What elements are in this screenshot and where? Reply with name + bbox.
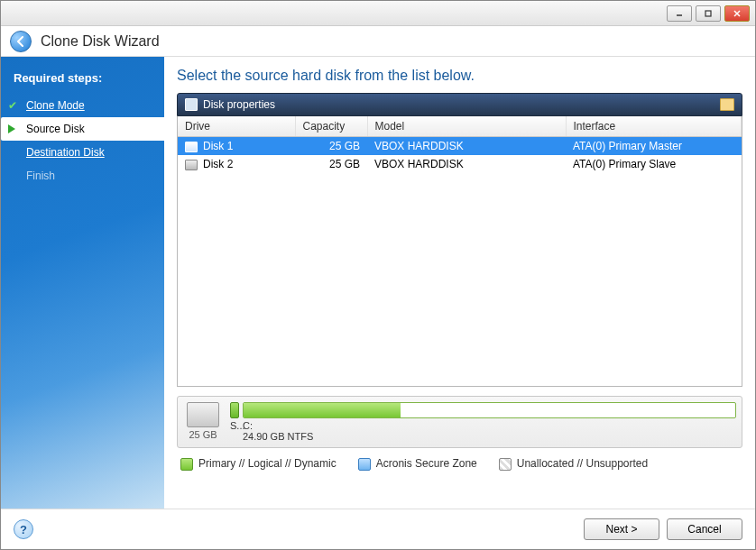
disk-table-container: Drive Capacity Model Interface Disk 1 25… [177,116,742,387]
minimize-button[interactable] [667,5,692,22]
disk-map: 25 GB S... C: 24.90 GB NTFS [177,396,742,448]
disk-table: Drive Capacity Model Interface Disk 1 25… [178,116,742,173]
partition-label: C: [243,420,313,431]
disk-properties-bar[interactable]: Disk properties [177,93,742,116]
partition-fill [244,403,401,417]
props-label: Disk properties [203,98,275,111]
cell-capacity: 25 GB [329,158,360,170]
primary-partition[interactable] [243,402,736,418]
step-source-disk[interactable]: Source Disk [1,117,164,141]
disk-icon [185,142,198,152]
col-interface[interactable]: Interface [566,116,742,137]
legend: Primary // Logical // Dynamic Acronis Se… [177,448,742,474]
cell-capacity: 25 GB [329,140,360,152]
sidebar-heading: Required steps: [1,66,164,94]
cell-drive: Disk 2 [203,158,233,170]
cell-model: VBOX HARDDISK [367,155,566,173]
wizard-header: Clone Disk Wizard [1,26,755,57]
maximize-button[interactable] [696,5,721,22]
disk-row[interactable]: Disk 1 25 GB VBOX HARDDISK ATA(0) Primar… [178,137,742,156]
step-label: Destination Disk [26,146,105,159]
step-label: Finish [26,170,55,182]
legend-swatch-secure [358,458,371,471]
wizard-window: Clone Disk Wizard Required steps: Clone … [0,0,756,550]
cell-interface: ATA(0) Primary Master [566,137,742,156]
col-model[interactable]: Model [367,116,566,137]
disk-total-icon: 25 GB [183,402,223,440]
sysres-label: S... [230,420,239,442]
step-label: Clone Mode [26,99,85,112]
cell-model: VBOX HARDDISK [367,137,566,156]
legend-secure: Acronis Secure Zone [376,457,477,470]
col-capacity[interactable]: Capacity [295,116,367,137]
properties-icon [185,98,198,111]
partition-detail: 24.90 GB NTFS [243,431,313,442]
main-panel: Select the source hard disk from the lis… [164,57,755,509]
footer: ? Next > Cancel [1,509,755,549]
step-label: Source Disk [26,123,85,135]
close-button[interactable] [724,5,750,22]
cell-interface: ATA(0) Primary Slave [566,155,742,173]
columns-icon[interactable] [720,98,734,111]
svg-rect-1 [705,11,711,16]
step-finish: Finish [1,164,164,188]
step-destination-disk[interactable]: Destination Disk [1,141,164,164]
page-heading: Select the source hard disk from the lis… [177,68,742,84]
help-button[interactable]: ? [14,519,33,539]
next-button[interactable]: Next > [584,518,659,540]
steps-sidebar: Required steps: Clone Mode Source Disk D… [1,57,164,509]
system-reserved-partition[interactable] [230,402,239,418]
col-drive[interactable]: Drive [178,116,295,137]
step-clone-mode[interactable]: Clone Mode [1,94,164,117]
disk-row[interactable]: Disk 2 25 GB VBOX HARDDISK ATA(0) Primar… [178,155,742,173]
blank-icon [8,146,21,159]
cancel-button[interactable]: Cancel [667,518,742,540]
arrow-icon [8,123,21,135]
blank-icon [8,170,21,182]
check-icon [8,99,21,112]
hdd-icon [187,402,219,427]
wizard-title: Clone Disk Wizard [41,33,160,50]
legend-swatch-primary [180,458,193,471]
disk-total-label: 25 GB [183,429,223,440]
disk-icon [185,160,198,170]
legend-swatch-unalloc [499,458,512,471]
legend-primary: Primary // Logical // Dynamic [198,457,337,470]
back-button[interactable] [10,31,32,52]
legend-unalloc: Unallocated // Unsupported [517,457,648,470]
cell-drive: Disk 1 [203,140,233,152]
titlebar [1,1,755,26]
